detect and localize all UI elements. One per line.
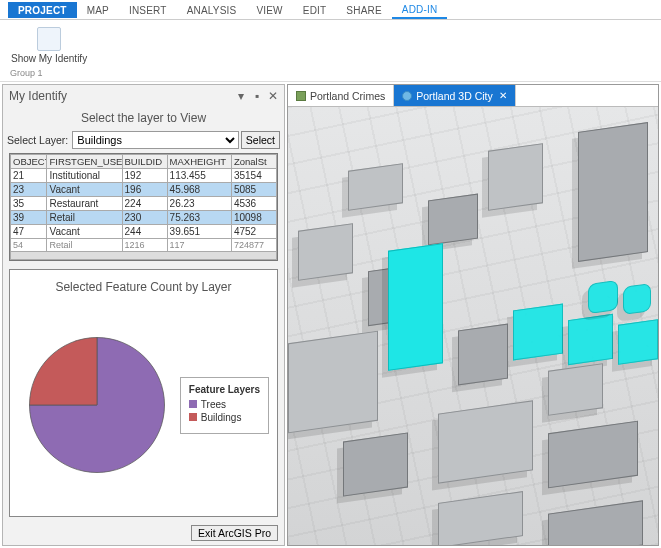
select-button[interactable]: Select bbox=[241, 131, 280, 149]
table-cell[interactable]: 244 bbox=[122, 225, 167, 239]
legend-label: Buildings bbox=[201, 412, 242, 423]
panel-footer: Exit ArcGIS Pro bbox=[3, 521, 284, 545]
panel-titlebar: My Identify ▾ ▪ ✕ bbox=[3, 85, 284, 107]
legend-title: Feature Layers bbox=[189, 384, 260, 395]
ribbon-group-label: Group 1 bbox=[10, 68, 43, 78]
table-cell[interactable]: Institutional bbox=[47, 169, 122, 183]
table-cell[interactable]: 54 bbox=[11, 239, 47, 252]
selected-building[interactable] bbox=[513, 303, 563, 360]
col-firstgenuse[interactable]: FIRSTGEN_USE bbox=[47, 155, 122, 169]
pie-chart bbox=[14, 330, 180, 480]
table-cell[interactable]: Vacant bbox=[47, 225, 122, 239]
selected-tree[interactable] bbox=[588, 280, 618, 314]
table-row[interactable]: 23Vacant19645.9685085 bbox=[11, 183, 277, 197]
selected-tree[interactable] bbox=[623, 283, 651, 315]
globe-icon bbox=[402, 91, 412, 101]
table-cell[interactable]: 45.968 bbox=[167, 183, 231, 197]
col-zonalst[interactable]: ZonalSt bbox=[231, 155, 276, 169]
table-cell[interactable]: 5085 bbox=[231, 183, 276, 197]
chart-legend: Feature Layers TreesBuildings bbox=[180, 377, 269, 434]
table-cell[interactable]: 113.455 bbox=[167, 169, 231, 183]
table-cell[interactable]: 39 bbox=[11, 211, 47, 225]
table-cell[interactable]: 4752 bbox=[231, 225, 276, 239]
table-cell[interactable]: 192 bbox=[122, 169, 167, 183]
view-tab-label: Portland 3D City bbox=[416, 90, 492, 102]
col-buildid[interactable]: BUILDID bbox=[122, 155, 167, 169]
close-icon[interactable]: ✕ bbox=[268, 91, 278, 101]
table-row[interactable]: 39Retail23075.26310098 bbox=[11, 211, 277, 225]
select-layer-label: Select Layer: bbox=[7, 134, 68, 146]
selected-building[interactable] bbox=[618, 319, 658, 365]
view-tab-label: Portland Crimes bbox=[310, 90, 385, 102]
tab-insert[interactable]: INSERT bbox=[119, 2, 177, 18]
table-cell[interactable]: 724877 bbox=[231, 239, 276, 252]
table-row[interactable]: 35Restaurant22426.234536 bbox=[11, 197, 277, 211]
select-layer-row: Select Layer: Buildings Select bbox=[3, 131, 284, 153]
autohide-icon[interactable]: ▪ bbox=[252, 91, 262, 101]
table-cell[interactable]: 35 bbox=[11, 197, 47, 211]
panel-subheader: Select the layer to View bbox=[3, 107, 284, 131]
tab-addin[interactable]: ADD-IN bbox=[392, 1, 448, 19]
show-my-identify-button[interactable]: Show My Identify bbox=[8, 24, 90, 67]
view-tab-portland-crimes[interactable]: Portland Crimes bbox=[288, 85, 394, 106]
table-cell[interactable]: 230 bbox=[122, 211, 167, 225]
identify-icon bbox=[37, 27, 61, 51]
table-cell[interactable]: Vacant bbox=[47, 183, 122, 197]
table-cell[interactable]: 35154 bbox=[231, 169, 276, 183]
table-cell[interactable]: 75.263 bbox=[167, 211, 231, 225]
chart-frame: Selected Feature Count by Layer Feature … bbox=[9, 269, 278, 517]
panel-title: My Identify bbox=[9, 89, 67, 103]
legend-swatch bbox=[189, 413, 197, 421]
tab-analysis[interactable]: ANALYSIS bbox=[177, 2, 247, 18]
table-cell[interactable]: Restaurant bbox=[47, 197, 122, 211]
tab-project[interactable]: PROJECT bbox=[8, 2, 77, 18]
view-tab-portland-3d[interactable]: Portland 3D City ✕ bbox=[394, 85, 515, 106]
table-cell[interactable]: 10098 bbox=[231, 211, 276, 225]
layer-dropdown[interactable]: Buildings bbox=[72, 131, 239, 149]
col-maxheight[interactable]: MAXHEIGHT bbox=[167, 155, 231, 169]
ribbon-tabs: PROJECT MAP INSERT ANALYSIS VIEW EDIT SH… bbox=[0, 0, 661, 20]
map-icon bbox=[296, 91, 306, 101]
ribbon-band: Show My Identify Group 1 bbox=[0, 20, 661, 82]
table-cell[interactable]: Retail bbox=[47, 239, 122, 252]
table-row[interactable]: 21Institutional192113.45535154 bbox=[11, 169, 277, 183]
table-row[interactable]: 54Retail1216117724877 bbox=[11, 239, 277, 252]
selected-building[interactable] bbox=[568, 314, 613, 365]
tab-share[interactable]: SHARE bbox=[336, 2, 391, 18]
table-cell[interactable]: 4536 bbox=[231, 197, 276, 211]
table-cell[interactable]: 21 bbox=[11, 169, 47, 183]
grid-header-row: OBJECTID FIRSTGEN_USE BUILDID MAXHEIGHT … bbox=[11, 155, 277, 169]
table-row[interactable]: 47Vacant24439.6514752 bbox=[11, 225, 277, 239]
tab-view[interactable]: VIEW bbox=[246, 2, 292, 18]
table-cell[interactable]: 1216 bbox=[122, 239, 167, 252]
pin-icon[interactable]: ▾ bbox=[236, 91, 246, 101]
close-tab-icon[interactable]: ✕ bbox=[499, 90, 507, 101]
view-tabs: Portland Crimes Portland 3D City ✕ bbox=[288, 85, 658, 107]
legend-item: Buildings bbox=[189, 412, 260, 423]
col-objectid[interactable]: OBJECTID bbox=[11, 155, 47, 169]
legend-swatch bbox=[189, 400, 197, 408]
table-cell[interactable]: 47 bbox=[11, 225, 47, 239]
map-viewer: Portland Crimes Portland 3D City ✕ bbox=[287, 84, 659, 546]
selected-building[interactable] bbox=[388, 243, 443, 371]
table-cell[interactable]: 26.23 bbox=[167, 197, 231, 211]
tab-edit[interactable]: EDIT bbox=[293, 2, 337, 18]
grid-scrollbar[interactable] bbox=[11, 252, 277, 260]
chart-title: Selected Feature Count by Layer bbox=[14, 280, 273, 294]
legend-item: Trees bbox=[189, 399, 260, 410]
tab-map[interactable]: MAP bbox=[77, 2, 119, 18]
attribute-grid[interactable]: OBJECTID FIRSTGEN_USE BUILDID MAXHEIGHT … bbox=[9, 153, 278, 261]
exit-button[interactable]: Exit ArcGIS Pro bbox=[191, 525, 278, 541]
scene-3d[interactable] bbox=[288, 107, 658, 545]
show-my-identify-label: Show My Identify bbox=[11, 53, 87, 64]
legend-label: Trees bbox=[201, 399, 226, 410]
table-cell[interactable]: 39.651 bbox=[167, 225, 231, 239]
table-cell[interactable]: 117 bbox=[167, 239, 231, 252]
table-cell[interactable]: Retail bbox=[47, 211, 122, 225]
table-cell[interactable]: 196 bbox=[122, 183, 167, 197]
my-identify-panel: My Identify ▾ ▪ ✕ Select the layer to Vi… bbox=[2, 84, 285, 546]
pie-slice bbox=[29, 338, 97, 406]
table-cell[interactable]: 23 bbox=[11, 183, 47, 197]
main-area: My Identify ▾ ▪ ✕ Select the layer to Vi… bbox=[0, 82, 661, 548]
table-cell[interactable]: 224 bbox=[122, 197, 167, 211]
